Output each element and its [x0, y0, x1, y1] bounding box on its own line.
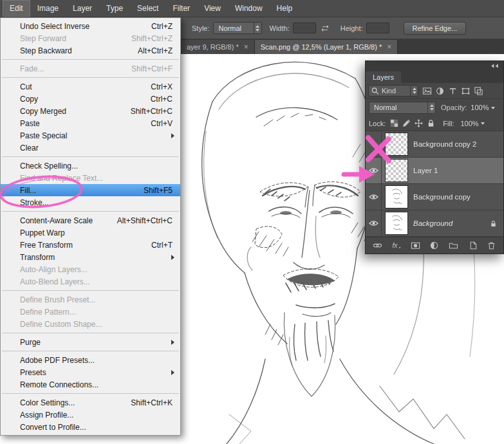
visibility-toggle[interactable] [366, 158, 382, 183]
menu-item-cut[interactable]: CutCtrl+X [1, 80, 180, 93]
menu-item-free-transform[interactable]: Free TransformCtrl+T [1, 239, 180, 251]
shape-filter-icon[interactable] [460, 86, 471, 97]
style-label: Style: [192, 24, 210, 32]
opacity-value-dropdown[interactable]: 100% [469, 102, 496, 113]
document-tab[interactable]: Scan.png @ 12,5% (Layer 1, RGB/8) *× [255, 40, 398, 54]
blend-mode-value: Normal [374, 104, 397, 111]
type-filter-icon[interactable] [447, 86, 458, 97]
menu-item-paste-special[interactable]: Paste Special [1, 129, 180, 142]
pixel-layer-filter-icon[interactable] [421, 86, 433, 97]
chevron-down-icon [481, 122, 485, 127]
menu-type[interactable]: Type [99, 0, 130, 17]
menu-item-presets[interactable]: Presets [1, 366, 180, 378]
layer-thumbnail[interactable] [385, 133, 408, 156]
fill-value-dropdown[interactable]: 100% [459, 118, 485, 129]
menu-item-purge[interactable]: Purge [1, 336, 180, 348]
tab-close-icon[interactable]: × [244, 43, 248, 51]
link-icon[interactable] [371, 240, 383, 251]
layer-name[interactable]: Background copy [413, 193, 471, 201]
menu-window[interactable]: Window [228, 0, 270, 17]
style-dropdown[interactable]: Normal [213, 22, 262, 34]
smart-object-filter-icon[interactable] [472, 86, 484, 97]
tab-close-icon[interactable]: × [387, 43, 391, 51]
menu-select[interactable]: Select [130, 0, 165, 17]
menu-item-fill[interactable]: Fill...Shift+F5 [1, 184, 180, 196]
menu-view[interactable]: View [197, 0, 228, 17]
menu-item-undo-select-inverse[interactable]: Undo Select InverseCtrl+Z [1, 20, 180, 32]
document-tab[interactable]: ayer 9, RGB/8) *× [181, 40, 255, 54]
swap-dimensions-icon[interactable] [320, 23, 330, 33]
menu-item-puppet-warp[interactable]: Puppet Warp [1, 227, 180, 239]
tab-label: Scan.png @ 12,5% (Layer 1, RGB/8) * [261, 43, 382, 51]
menu-bar: EditImageLayerTypeSelectFilterViewWindow… [0, 0, 504, 17]
submenu-arrow-icon [171, 370, 174, 375]
menu-item-label: Cut [20, 82, 32, 91]
menu-edit[interactable]: Edit [3, 0, 30, 17]
new-layer-icon[interactable] [467, 240, 478, 251]
layer-row-background-copy[interactable]: Background copy [366, 184, 503, 210]
adjustment-filter-icon[interactable] [434, 86, 445, 97]
menu-item-copy[interactable]: CopyCtrl+C [1, 93, 180, 105]
menu-item-paste[interactable]: PasteCtrl+V [1, 117, 180, 129]
menu-item-clear[interactable]: Clear [1, 142, 180, 154]
menu-image[interactable]: Image [30, 0, 66, 17]
lock-position-icon[interactable] [413, 118, 424, 129]
menu-item-label: Auto-Blend Layers... [20, 277, 90, 286]
lock-all-icon[interactable] [425, 118, 436, 129]
menu-item-label: Copy [20, 95, 38, 104]
visibility-toggle[interactable] [366, 131, 382, 157]
menu-item-label: Purge [20, 338, 41, 347]
delete-icon[interactable] [486, 240, 498, 251]
layer-name[interactable]: Background copy 2 [413, 140, 476, 148]
menu-item-step-backward[interactable]: Step BackwardAlt+Ctrl+Z [1, 44, 180, 57]
layer-thumbnail[interactable] [385, 185, 408, 208]
menu-item-copy-merged[interactable]: Copy MergedShift+Ctrl+C [1, 105, 180, 117]
blend-mode-row: Normal Opacity: 100% [366, 99, 503, 116]
layer-name[interactable]: Layer 1 [413, 167, 438, 174]
layer-mask-icon[interactable] [409, 240, 421, 251]
menu-item-shortcut: Shift+Ctrl+F [131, 64, 173, 73]
layer-thumbnail[interactable] [385, 212, 408, 235]
collapse-panel-icon[interactable] [489, 60, 500, 71]
menu-item-convert-to-profile[interactable]: Convert to Profile... [1, 421, 180, 433]
layer-name[interactable]: Background [413, 219, 453, 227]
lock-row: Lock: Fill: 100% [366, 116, 503, 131]
lock-paint-icon[interactable] [400, 118, 412, 129]
blend-mode-dropdown[interactable]: Normal [369, 102, 436, 114]
menu-item-remote-connections[interactable]: Remote Connections... [1, 378, 180, 391]
menu-help[interactable]: Help [270, 0, 300, 17]
fx-icon[interactable]: fx [391, 240, 402, 251]
layer-row-layer-1[interactable]: Layer 1 [366, 158, 503, 184]
layer-thumbnail[interactable] [385, 159, 408, 182]
menu-item-label: Paste [20, 119, 40, 128]
adjustment-layer-icon[interactable] [429, 240, 440, 251]
menu-item-content-aware-scale[interactable]: Content-Aware ScaleAlt+Shift+Ctrl+C [1, 214, 180, 227]
refine-edge-button[interactable]: Refine Edge... [404, 22, 467, 35]
filter-kind-dropdown[interactable]: Kind [368, 85, 418, 97]
menu-item-stroke[interactable]: Stroke... [1, 196, 180, 208]
menu-filter[interactable]: Filter [165, 0, 197, 17]
menu-item-check-spelling[interactable]: Check Spelling... [1, 160, 180, 172]
menu-item-label: Transform [20, 253, 55, 262]
visibility-toggle[interactable] [366, 184, 382, 210]
opacity-label: Opacity: [441, 104, 467, 111]
menu-item-shortcut: Ctrl+X [151, 82, 173, 91]
layer-filter-row: Kind [366, 83, 503, 99]
menu-item-assign-profile[interactable]: Assign Profile... [1, 409, 180, 421]
layer-row-background[interactable]: Background [366, 210, 503, 237]
menu-item-shortcut: Alt+Shift+Ctrl+C [117, 216, 173, 225]
layers-panel: Layers Kind Normal Opacity: 100% Lock: [365, 60, 504, 254]
group-folder-icon[interactable] [448, 240, 460, 251]
height-input[interactable] [366, 23, 389, 33]
tab-layers[interactable]: Layers [366, 71, 401, 83]
width-input[interactable] [293, 23, 316, 33]
lock-icons [388, 118, 436, 129]
menu-layer[interactable]: Layer [66, 0, 99, 17]
visibility-toggle[interactable] [366, 210, 382, 236]
lock-transparent-icon[interactable] [388, 118, 400, 129]
layer-row-background-copy-2[interactable]: Background copy 2 [366, 131, 503, 158]
menu-separator [2, 290, 179, 291]
menu-item-transform[interactable]: Transform [1, 251, 180, 263]
menu-item-adobe-pdf-presets[interactable]: Adobe PDF Presets... [1, 354, 180, 366]
menu-item-color-settings[interactable]: Color Settings...Shift+Ctrl+K [1, 396, 180, 409]
